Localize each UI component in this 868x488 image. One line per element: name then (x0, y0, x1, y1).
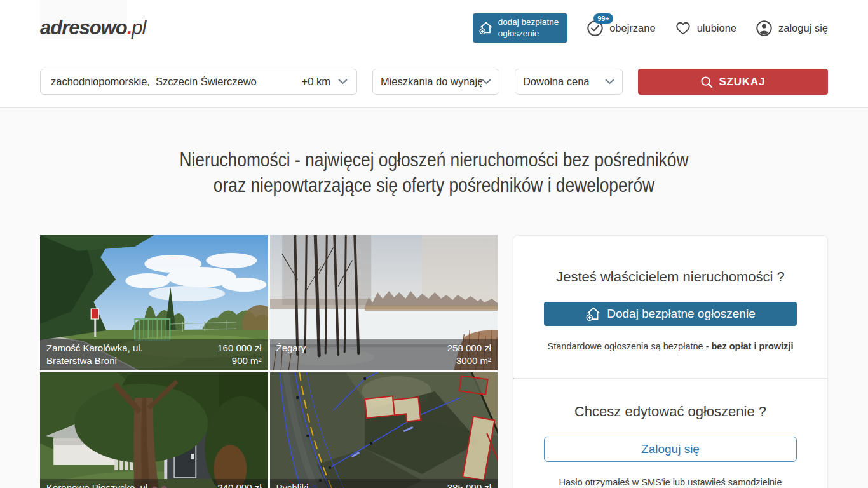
radius-value[interactable]: +0 km (302, 76, 330, 88)
logo[interactable]: adresowo.pl (40, 17, 146, 39)
edit-note: Hasło otrzymałeś w SMS'ie lub ustawiłeś … (544, 477, 797, 487)
favorites-link[interactable]: ulubione (675, 20, 736, 36)
location-input[interactable] (50, 75, 297, 88)
listing-tile[interactable]: Pychliki 385 000 zł (270, 372, 498, 488)
search-bar: +0 km Mieszkania do wynajęcia Dowolna ce… (40, 69, 828, 95)
favorites-label: ulubione (697, 22, 736, 34)
topbar: adresowo.pl dodaj bezpłatne ogłoszenie (40, 15, 828, 41)
edit-title: Chcesz edytować ogłoszenie ? (544, 403, 797, 420)
user-icon (756, 20, 773, 37)
listing-price: 258 000 zł (447, 342, 491, 353)
login-label: zaloguj się (778, 22, 828, 34)
listing-location: Zamość Karolówka, ul. Braterstwa Broni (46, 342, 171, 367)
listing-location: Żegary (276, 342, 306, 355)
owner-title: Jesteś właścicielem nieruchomości ? (544, 269, 797, 285)
listing-price: 160 000 zł (217, 342, 261, 353)
price-value: Dowolna cena (523, 76, 590, 88)
page-title-line1: Nieruchomości - najwięcej ogłoszeń nieru… (65, 147, 803, 173)
sidebar: Jesteś właścicielem nieruchomości ? Doda… (513, 235, 828, 488)
topbar-actions: dodaj bezpłatne ogłoszenie 99+ obejrzane (473, 13, 828, 42)
location-combo[interactable]: +0 km (40, 69, 357, 95)
listing-caption: Korenowo Pieszycko, ul. 240 000 zł (40, 479, 268, 488)
listing-area: 900 m² (232, 355, 262, 366)
listing-price-area: 385 000 zł (447, 482, 491, 488)
listing-photo (270, 372, 498, 488)
listing-photo (40, 372, 268, 488)
logo-main: adresowo (40, 0, 127, 39)
listing-location: Korenowo Pieszycko, ul. (46, 482, 150, 488)
chevron-down-icon[interactable] (338, 79, 348, 85)
viewed-count-badge: 99+ (593, 13, 613, 24)
listing-location: Pychliki (276, 482, 309, 488)
search-button-label: SZUKAJ (719, 76, 765, 88)
price-select[interactable]: Dowolna cena (515, 69, 623, 95)
listing-caption: Żegary 258 000 zł 3000 m² (270, 339, 498, 370)
chevron-down-icon (605, 79, 614, 85)
category-value: Mieszkania do wynajęcia (381, 76, 482, 88)
owner-section: Jesteś właścicielem nieruchomości ? Doda… (513, 236, 827, 378)
listing-price-area: 160 000 zł 900 m² (217, 342, 261, 367)
main-content: Nieruchomości - najwięcej ogłoszeń nieru… (0, 108, 868, 488)
listing-tile[interactable]: Żegary 258 000 zł 3000 m² (270, 235, 498, 370)
add-listing-label: dodaj bezpłatne ogłoszenie (498, 17, 559, 39)
house-add-icon (585, 306, 602, 322)
viewed-label: obejrzane (609, 22, 655, 34)
chevron-down-icon (482, 79, 491, 85)
listing-price: 385 000 zł (447, 482, 491, 488)
heart-icon (675, 20, 691, 36)
listing-area: 3000 m² (456, 355, 491, 366)
add-free-listing-label: Dodaj bezpłatne ogłoszenie (607, 307, 755, 321)
page-title: Nieruchomości - najwięcej ogłoszeń nieru… (65, 147, 803, 198)
listing-tile[interactable]: Zamość Karolówka, ul. Braterstwa Broni 1… (40, 235, 268, 370)
add-listing-button[interactable]: dodaj bezpłatne ogłoszenie (473, 13, 567, 42)
listings-grid: Zamość Karolówka, ul. Braterstwa Broni 1… (40, 235, 498, 488)
search-button[interactable]: SZUKAJ (638, 69, 828, 95)
edit-section: Chcesz edytować ogłoszenie ? Zaloguj się… (513, 379, 827, 488)
listing-price-area: 240 000 zł (217, 482, 261, 488)
page-title-line2: oraz niepowtarzające się oferty pośredni… (65, 173, 803, 198)
login-button[interactable]: Zaloguj się (544, 437, 797, 462)
category-select[interactable]: Mieszkania do wynajęcia (372, 69, 499, 95)
house-add-icon (478, 21, 494, 35)
viewed-link[interactable]: 99+ obejrzane (587, 20, 655, 37)
add-free-listing-button[interactable]: Dodaj bezpłatne ogłoszenie (544, 302, 797, 326)
logo-tld: pl (132, 17, 146, 39)
owner-note: Standardowe ogłoszenia są bezpłatne - be… (544, 341, 797, 351)
listing-caption: Zamość Karolówka, ul. Braterstwa Broni 1… (40, 339, 268, 370)
owner-note-bold: bez opłat i prowizji (712, 341, 794, 351)
listing-price: 240 000 zł (217, 482, 261, 488)
listing-tile[interactable]: Korenowo Pieszycko, ul. 240 000 zł (40, 372, 268, 488)
listing-price-area: 258 000 zł 3000 m² (447, 342, 491, 367)
owner-card: Jesteś właścicielem nieruchomości ? Doda… (513, 235, 828, 488)
content-row: Zamość Karolówka, ul. Braterstwa Broni 1… (0, 235, 868, 488)
login-link[interactable]: zaloguj się (756, 20, 828, 37)
listing-caption: Pychliki 385 000 zł (270, 479, 498, 488)
search-icon (700, 76, 713, 88)
page-header: adresowo.pl dodaj bezpłatne ogłoszenie (0, 0, 868, 108)
